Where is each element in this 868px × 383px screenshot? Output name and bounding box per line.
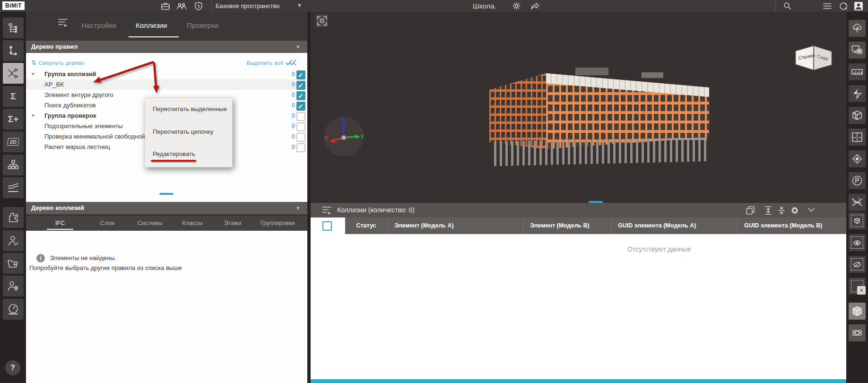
clear-selection-icon[interactable]: × (849, 278, 866, 295)
tab-systems[interactable]: Системы (138, 216, 162, 231)
rule-row[interactable]: ▼ Группа коллизий 0 (26, 69, 307, 79)
tab-classes[interactable]: Классы (182, 216, 202, 231)
dashboard-gauge-icon[interactable] (3, 299, 24, 320)
model-structure-icon[interactable] (3, 17, 24, 38)
user-location-icon[interactable] (3, 276, 24, 296)
column-guid-b[interactable]: GUID элемента (Модель B) (738, 218, 846, 234)
expand-rows-icon[interactable] (763, 205, 774, 215)
tab-floors[interactable]: Этажи (224, 216, 242, 231)
menu-item-edit[interactable]: Редактировать (153, 149, 195, 159)
collision-tree-tabs: IFC Слои Системы Классы Этажи Группировк… (26, 216, 307, 231)
app-logo[interactable]: BiMiT (2, 1, 25, 10)
isolate-selection-icon[interactable] (849, 212, 866, 229)
environment-tree-icon[interactable] (849, 20, 866, 37)
menu-item-recalc-chain[interactable]: Пересчитать цепочку (153, 127, 213, 137)
collision-tree-header[interactable]: Дерево коллизий ▼ (26, 202, 307, 214)
collapse-tree-icon[interactable]: ⇅ (31, 59, 36, 66)
projects-icon[interactable] (160, 1, 171, 11)
rule-checkbox[interactable] (296, 112, 305, 121)
rule-checkbox[interactable] (296, 91, 305, 100)
chevron-down-icon[interactable]: ▼ (297, 0, 302, 12)
measure-ruler-icon[interactable] (849, 63, 866, 80)
hide-selection-icon[interactable] (849, 256, 866, 273)
flag-marker-icon[interactable] (849, 172, 866, 189)
column-element-a[interactable]: Элемент (Модель А) (388, 218, 523, 234)
rule-checkbox[interactable] (296, 70, 305, 79)
tab-checks[interactable]: Проверки (187, 18, 218, 33)
info-icon: i (36, 254, 45, 262)
rule-checkbox[interactable] (296, 143, 305, 152)
bottom-panel-resize-handle[interactable] (589, 201, 603, 203)
2d-drawings-icon[interactable]: 2D (3, 131, 24, 152)
user-avatar[interactable] (853, 1, 864, 11)
panel-resize-handle[interactable] (159, 193, 174, 195)
topbar-divider-right (775, 0, 776, 12)
export-folder-icon[interactable] (3, 253, 24, 274)
user-check-icon[interactable] (3, 230, 24, 251)
menu-list-icon[interactable] (822, 1, 833, 11)
axis-gizmo[interactable]: Z Y X (323, 116, 365, 157)
menu-item-recalc-selected[interactable]: Пересчитать выделенные (153, 104, 227, 114)
section-box-icon[interactable] (849, 107, 866, 124)
collapse-section-caret[interactable]: ▼ (295, 41, 301, 53)
clash-flash-icon[interactable] (849, 85, 866, 102)
rule-row-selected[interactable]: АР_ВК 0 (26, 79, 307, 90)
collisions-tool-icon[interactable] (3, 63, 24, 84)
workspace-selector[interactable]: Базовое пространство (216, 0, 280, 12)
rule-checkbox[interactable] (296, 122, 305, 131)
project-settings-gear-icon[interactable] (511, 1, 522, 11)
tab-layers[interactable]: Слои (100, 216, 114, 231)
branch-compare-icon[interactable] (3, 40, 24, 61)
view-cube[interactable]: Справа Сзади (792, 44, 835, 73)
collisions-panel: Настройки Коллизии Проверки × Дерево пра… (26, 12, 307, 383)
collapse-section-caret[interactable]: ▼ (295, 202, 301, 214)
locate-target-icon[interactable] (849, 150, 866, 167)
tree-expand-caret[interactable]: ▼ (31, 111, 35, 121)
focus-model-icon[interactable] (316, 15, 328, 27)
collision-pair-lines-icon[interactable]: 12 (849, 194, 866, 211)
orbit-mode-icon[interactable] (849, 324, 866, 341)
column-element-b[interactable]: Элемент (Модель B) (523, 218, 611, 234)
column-status[interactable]: Статус (345, 218, 388, 234)
top-bar: BiMiT Базовое пространство ▼ Школа. (0, 0, 868, 12)
building-roof-block (575, 68, 608, 75)
search-icon[interactable] (781, 1, 793, 11)
collapse-tree-link[interactable]: Свернуть дерево (39, 60, 85, 66)
floor-plan-icon[interactable] (849, 129, 866, 146)
rules-tree-header[interactable]: Дерево правил ▼ (26, 41, 307, 53)
help-button[interactable]: ? (5, 360, 20, 375)
sum-add-icon[interactable]: Σ+ (3, 109, 24, 130)
tab-settings[interactable]: Настройки (81, 18, 116, 33)
rule-checkbox[interactable] (296, 102, 305, 111)
panel-menu-icon[interactable] (57, 17, 69, 27)
share-icon[interactable] (529, 1, 541, 11)
collision-tree-body: i Элементы не найдены. Попробуйте выбрат… (26, 231, 307, 383)
column-guid-a[interactable]: GUID элемента (Модель А) (611, 218, 738, 234)
sum-icon[interactable]: Σ (3, 86, 24, 107)
team-icon[interactable] (176, 1, 187, 11)
table-settings-gear-icon[interactable] (789, 205, 800, 215)
table-menu-icon[interactable] (321, 205, 332, 215)
rule-checkbox[interactable] (296, 81, 305, 90)
copy-rows-icon[interactable] (745, 205, 756, 215)
double-check-icon[interactable] (286, 59, 298, 66)
show-selection-icon[interactable] (849, 234, 866, 251)
trend-chart-icon[interactable] (3, 177, 24, 198)
tab-collisions[interactable]: Коллизии (136, 18, 167, 33)
org-chart-icon[interactable] (3, 155, 24, 175)
horizontal-scrollbar[interactable] (311, 379, 846, 383)
tab-groupings[interactable]: Группировки (260, 216, 295, 231)
select-all-link[interactable]: Выделить всё (247, 60, 284, 66)
view-3d-mode-icon[interactable] (849, 303, 866, 320)
panel-tab-bar: Настройки Коллизии Проверки × (26, 12, 307, 41)
viewports-icon[interactable] (849, 42, 866, 59)
plugins-puzzle-icon[interactable] (3, 207, 24, 228)
viewport-3d[interactable]: Справа Сзади Z Y X (311, 12, 846, 203)
notifications-sync-icon[interactable] (838, 1, 849, 11)
chevron-down-icon[interactable] (806, 205, 817, 215)
rule-checkbox[interactable] (296, 133, 305, 142)
tree-expand-caret[interactable]: ▼ (31, 69, 35, 79)
collapse-rows-icon[interactable] (776, 205, 787, 215)
license-shield-icon[interactable] (193, 1, 204, 11)
select-all-checkbox[interactable] (322, 221, 332, 231)
